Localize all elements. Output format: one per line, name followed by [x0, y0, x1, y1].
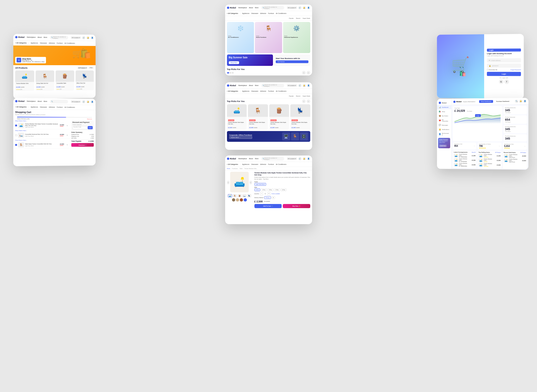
shop-user-icon[interactable]: 👤 — [91, 36, 94, 39]
cart-location[interactable]: All Location ▾ — [71, 100, 81, 103]
img-prev[interactable]: ‹ — [227, 181, 230, 184]
thumb-4[interactable]: 🛏️ — [242, 194, 246, 197]
qty-increase[interactable]: + — [267, 192, 270, 195]
mid-cart-icon[interactable]: 🛒 — [298, 84, 301, 87]
shop-name-1[interactable]: Shop Name Here › — [15, 120, 69, 122]
shop-name-3[interactable]: Shop Name Here › — [15, 140, 69, 141]
mid-product-4[interactable]: 💺 ON SALE Trenton Modular Sofa Septa Ful… — [290, 104, 310, 130]
product-card-2[interactable]: 🪑 Dining Table Set Full £2,500£2,800 ★★★… — [35, 70, 54, 91]
purchase-dashboard-tab[interactable]: Purchase Dashboard — [495, 100, 511, 103]
shop-nav-more[interactable]: More — [43, 37, 47, 38]
all-categories[interactable]: ≡ All Categories — [227, 13, 238, 14]
get-started-button[interactable]: Get Started — [276, 60, 308, 63]
sidebar-item-messages[interactable]: 💬 Messages — [437, 123, 452, 127]
sidebar-item-orders[interactable]: 📦 My Orders — [437, 114, 452, 118]
apply-button[interactable]: Apply — [88, 126, 93, 129]
crumb-table[interactable]: Table — [240, 168, 243, 169]
prev-arrow[interactable]: ‹ — [302, 71, 306, 75]
mid-search[interactable]: 🔍 Search for product or category — [261, 84, 284, 87]
filter-popular[interactable]: Popular — [289, 18, 294, 19]
cat-adhesive[interactable]: Adhesive — [260, 13, 266, 14]
color-swatch-2[interactable] — [236, 198, 239, 201]
shop-all-categories[interactable]: ≡ All Categories — [15, 42, 27, 44]
select-all[interactable]: Select All Items (24) — [17, 118, 29, 119]
crumb-home[interactable]: Home — [227, 168, 231, 169]
remove-selected[interactable]: Remove — [87, 118, 92, 120]
qty-ctrl-3[interactable]: 1 — [65, 144, 70, 145]
detail-location[interactable]: All Location ▾ — [287, 157, 297, 160]
view-all-sold[interactable]: All Product — [520, 152, 526, 153]
forgot-password[interactable]: Forget Password? — [510, 69, 521, 70]
product-card-1[interactable]: 🛋️ Trenton Modular Sofa £2,500£2,800 ★★★… — [15, 70, 34, 91]
checkout-button[interactable]: Checkout 🛒 — [71, 143, 94, 147]
search-bar[interactable]: 🔍 Search for product or category — [261, 6, 284, 9]
size-2[interactable]: 2 Pcs — [261, 188, 267, 191]
password-field[interactable]: 🔒 password — [487, 64, 521, 68]
color-swatch-3[interactable] — [240, 198, 243, 201]
explore-more-button[interactable]: Explore More → — [229, 136, 252, 139]
mid-bell-icon[interactable]: 🔔 — [303, 84, 306, 87]
dash-bell-icon[interactable]: 🔔 — [519, 99, 522, 103]
bell-icon[interactable]: 🔔 — [303, 6, 306, 9]
color-light-oak[interactable]: Light Oak Wood — [254, 183, 266, 186]
user-icon[interactable]: 👤 — [307, 6, 310, 9]
cart-checkbox-2[interactable] — [15, 134, 17, 136]
cart-checkbox-3[interactable] — [15, 144, 17, 146]
shop-nav-marketplace[interactable]: Marketplace — [27, 36, 36, 38]
thumb-3[interactable]: 🪵 — [237, 194, 242, 197]
product-card-4[interactable]: 💺 Office Chair Set £2,200£2,800 ★★★★(30) — [75, 70, 94, 91]
cart-cart-icon[interactable]: 🛒 — [82, 100, 85, 103]
pickup-option[interactable]: Pickup — [264, 196, 271, 199]
shop-dashboard-tab[interactable]: Shop Dashboard — [479, 100, 493, 103]
facebook-login[interactable]: f — [504, 79, 509, 84]
detail-cart-icon[interactable]: 🛒 — [298, 157, 301, 160]
picks-prev[interactable]: ‹ — [302, 99, 306, 103]
sidebar-item-notifications[interactable]: 🔔 Notifications — [437, 127, 452, 131]
sidebar-item-favourites[interactable]: ❤️ My Favourites — [437, 118, 452, 123]
color-swatch-4[interactable] — [244, 198, 247, 201]
cat-glassware[interactable]: Glassware — [251, 13, 258, 14]
cat-air[interactable]: Air Conditioners — [276, 13, 287, 14]
remember-me[interactable]: Remember Me — [487, 69, 497, 70]
view-all-consign[interactable]: View All — [471, 152, 476, 153]
add-to-cart-button[interactable]: Add To Cart 🛒 — [254, 204, 282, 208]
nav-about[interactable]: About — [249, 7, 253, 9]
size-1[interactable]: 1 Pcs — [254, 188, 260, 191]
sidebar-item-dashboard[interactable]: 📊 Dashboard — [437, 105, 452, 109]
cat-furniture[interactable]: Furniture — [268, 13, 274, 14]
email-field[interactable]: ✉ email address — [487, 58, 521, 62]
shop-now-button[interactable]: Shop Now — [229, 61, 239, 64]
mid-product-3[interactable]: 🪵 ON SALE Trenton Modular Sofa Septa Ful… — [269, 104, 289, 130]
shop-nav-about[interactable]: About — [38, 36, 42, 38]
color-swatch-1[interactable] — [232, 198, 235, 201]
cart-search[interactable]: 🔍 — [50, 99, 68, 103]
mid-product-1[interactable]: 🛋️ ON SALE Trenton Modular Sofa Septa Fu… — [227, 104, 247, 130]
thumb-1[interactable]: 🛋️ — [228, 194, 232, 197]
thumb-5[interactable]: 💺 — [247, 194, 251, 197]
invite-now-button[interactable]: Invite Now — [439, 145, 447, 147]
detail-search[interactable]: 🔍 Search for product or category — [261, 157, 284, 161]
img-next[interactable]: › — [250, 181, 252, 184]
shop-name-2[interactable]: Shop Name Here › — [15, 130, 69, 131]
filter-super-deals[interactable]: Super Deals — [302, 18, 310, 19]
sidebar-item-shop[interactable]: 🛍️ Shop — [437, 109, 452, 114]
qty-ctrl-2[interactable]: 1 — [65, 135, 70, 136]
buy-now-button[interactable]: Buy Now ⚡ — [283, 204, 310, 208]
shop-location[interactable]: All Location ▾ — [71, 36, 81, 39]
qty-ctrl-1[interactable]: 1 — [65, 125, 70, 126]
dash-user-icon[interactable]: 👤 — [523, 99, 527, 103]
shop-search[interactable]: 🔍 Search for product or category — [50, 35, 68, 39]
mid-product-2[interactable]: 🪑 ON SALE Trenton Modular Sofa Septa Ful… — [248, 104, 268, 130]
crumb-furnitures[interactable]: Furnitures — [232, 168, 238, 169]
cart-checkbox-1[interactable] — [15, 125, 17, 126]
hero-item-ac[interactable]: ❄️ Today Air Conditioners — [227, 22, 254, 53]
sidebar-item-account[interactable]: 👤 My Account ▾ — [437, 131, 452, 137]
mid-user-icon[interactable]: 👤 — [307, 84, 310, 87]
qty-decrease[interactable]: − — [260, 192, 263, 195]
hero-item-industrial[interactable]: ⚙️ Today Industrial Appliances — [283, 22, 310, 53]
voucher-input[interactable]: Voucher Code — [73, 126, 87, 129]
location-selector[interactable]: All Location ▾ — [287, 6, 297, 9]
nav-more[interactable]: More — [255, 7, 259, 9]
all-products-dropdown[interactable]: All Products ▾ — [77, 66, 88, 69]
mid-location[interactable]: All Location ▾ — [287, 84, 297, 87]
